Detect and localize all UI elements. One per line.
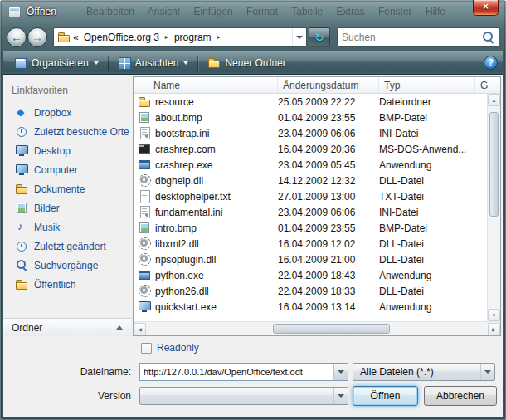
- file-row[interactable]: dbghelp.dll14.12.2002 12:32DLL-Datei: [134, 173, 487, 188]
- filename-input[interactable]: [140, 364, 333, 380]
- file-type-icon: [138, 111, 151, 124]
- breadcrumb-overflow-chevron[interactable]: «: [73, 32, 79, 43]
- readonly-checkbox[interactable]: [141, 343, 152, 354]
- sidebar-item[interactable]: Bilder: [3, 198, 131, 217]
- sidebar-item-label: Dokumente: [34, 183, 85, 195]
- horizontal-scrollbar[interactable]: ◀ ▶: [134, 321, 500, 335]
- new-folder-button[interactable]: Neuer Ordner: [202, 54, 291, 71]
- views-button[interactable]: Ansichten: [112, 54, 195, 71]
- location-folder-icon: [57, 31, 71, 43]
- column-header-name[interactable]: Name: [134, 77, 278, 93]
- address-dropdown-button[interactable]: [292, 28, 306, 46]
- file-row[interactable]: desktophelper.txt27.01.2009 13:00TXT-Dat…: [134, 188, 487, 204]
- file-row[interactable]: crashrep.com16.04.2009 20:36MS-DOS-Anwen…: [134, 141, 487, 157]
- breadcrumb-item[interactable]: OpenOffice.org 3: [82, 32, 161, 43]
- sidebar-item-icon: [15, 259, 28, 271]
- sidebar-item[interactable]: Suchvorgänge: [3, 256, 131, 275]
- breadcrumb-items: OpenOffice.org 3▸program▸: [82, 32, 225, 43]
- sidebar-item[interactable]: Musik: [3, 217, 131, 237]
- scroll-left-icon[interactable]: ◀: [134, 323, 146, 335]
- file-row[interactable]: libxml2.dll16.04.2009 12:02DLL-Datei: [134, 236, 487, 252]
- views-label: Ansichten: [135, 57, 179, 69]
- forward-button[interactable]: →: [27, 27, 47, 47]
- refresh-button[interactable]: ↻: [309, 27, 330, 47]
- sidebar-item-icon: [15, 240, 28, 252]
- sidebar-item[interactable]: Computer: [3, 160, 131, 179]
- horizontal-scrollbar-thumb[interactable]: [273, 324, 390, 334]
- file-row[interactable]: bootstrap.ini23.04.2009 06:06INI-Datei: [134, 125, 487, 141]
- file-row[interactable]: npsoplugin.dll16.04.2009 21:00DLL-Datei: [134, 252, 487, 267]
- scroll-up-icon[interactable]: ▲: [488, 94, 500, 106]
- organize-button[interactable]: Organisieren: [8, 54, 105, 71]
- file-type-icon: [138, 95, 151, 108]
- close-button[interactable]: ×: [473, 0, 499, 16]
- sidebar-item[interactable]: Dokumente: [3, 179, 131, 198]
- filename-label: Dateiname:: [3, 366, 139, 378]
- readonly-row: Readonly: [3, 340, 503, 355]
- sidebar-item[interactable]: Zuletzt besuchte Orte: [3, 122, 131, 141]
- sidebar-item-icon: [15, 144, 28, 157]
- readonly-label[interactable]: Readonly: [157, 342, 199, 354]
- sidebar-item[interactable]: Zuletzt geändert: [3, 237, 131, 256]
- column-header-date[interactable]: Änderungsdatum: [278, 77, 379, 93]
- file-name: about.bmp: [155, 112, 202, 124]
- file-row[interactable]: intro.bmp01.04.2009 23:55BMP-Datei: [134, 220, 487, 236]
- file-date: 16.04.2009 21:00: [278, 254, 379, 266]
- filetype-dropdown[interactable]: Alle Dateien (*.*): [353, 363, 495, 381]
- scroll-right-icon[interactable]: ▶: [488, 323, 500, 335]
- search-input[interactable]: [342, 32, 482, 43]
- sidebar-item-label: Computer: [34, 164, 78, 176]
- file-date: 23.04.2009 05:45: [278, 159, 379, 171]
- breadcrumb-separator-icon[interactable]: ▸: [165, 33, 168, 41]
- dialog-client-area: Organisieren Ansichten Neuer Ordner ? Li…: [3, 51, 503, 417]
- chevron-down-icon: [338, 394, 344, 398]
- scroll-down-icon[interactable]: ▼: [488, 309, 500, 321]
- version-dropdown-button[interactable]: [333, 388, 348, 404]
- file-row[interactable]: python26.dll22.04.2009 18:33DLL-Datei: [134, 283, 487, 299]
- file-name: dbghelp.dll: [155, 175, 203, 187]
- back-button[interactable]: ←: [7, 27, 27, 47]
- dialog-footer: Readonly Dateiname: Alle Dateien (*.*) V…: [3, 336, 503, 417]
- sidebar-item-label: Musik: [34, 222, 60, 233]
- sidebar-item-icon: [15, 125, 28, 138]
- file-row[interactable]: resource25.05.2009 22:22Dateiordner: [134, 94, 487, 110]
- sidebar-item-label: Bilder: [34, 203, 60, 214]
- breadcrumb-separator-icon[interactable]: ▸: [217, 33, 221, 41]
- file-row[interactable]: python.exe22.04.2009 18:43Anwendung: [134, 267, 487, 283]
- filetype-dropdown-button[interactable]: [480, 364, 494, 380]
- vertical-scrollbar-thumb[interactable]: [489, 112, 499, 217]
- open-button[interactable]: Öffnen: [353, 386, 418, 406]
- file-name: fundamental.ini: [155, 207, 222, 218]
- file-type-icon: [138, 285, 151, 297]
- sidebar-item[interactable]: Öffentlich: [3, 275, 131, 294]
- open-dialog-window: Öffnen Bearbeiten Ansicht Einfügen Forma…: [0, 0, 506, 420]
- sidebar-item[interactable]: Desktop: [3, 141, 131, 160]
- file-row[interactable]: fundamental.ini23.04.2009 06:06INI-Datei: [134, 204, 487, 220]
- column-header-type[interactable]: Typ: [379, 77, 475, 93]
- titlebar[interactable]: Öffnen Bearbeiten Ansicht Einfügen Forma…: [0, 0, 506, 23]
- vertical-scrollbar[interactable]: ▲ ▼: [487, 94, 500, 321]
- file-row[interactable]: about.bmp01.04.2009 23:55BMP-Datei: [134, 110, 487, 125]
- cancel-button[interactable]: Abbrechen: [424, 386, 497, 406]
- main-area: Linkfavoriten DropboxZuletzt besuchte Or…: [3, 75, 503, 336]
- views-icon: [118, 56, 131, 69]
- search-icon[interactable]: [482, 31, 494, 43]
- favorites-list: DropboxZuletzt besuchte OrteDesktopCompu…: [3, 103, 131, 294]
- file-type: Anwendung: [379, 270, 475, 281]
- file-row[interactable]: crashrep.exe23.04.2009 05:45Anwendung: [134, 157, 487, 173]
- version-dropdown[interactable]: [139, 387, 348, 405]
- folders-expander[interactable]: Ordner: [3, 318, 131, 336]
- background-ghost-menu: Bearbeiten Ansicht Einfügen Format Tabel…: [86, 6, 468, 17]
- help-button[interactable]: ?: [484, 56, 498, 70]
- filename-dropdown-button[interactable]: [333, 364, 348, 380]
- new-folder-label: Neuer Ordner: [225, 57, 285, 69]
- file-date: 22.04.2009 18:43: [278, 270, 379, 281]
- column-header-size[interactable]: G: [475, 77, 500, 93]
- file-type: DLL-Datei: [379, 175, 475, 187]
- sidebar-item[interactable]: Dropbox: [3, 103, 131, 122]
- organize-label: Organisieren: [32, 57, 89, 69]
- breadcrumb-item[interactable]: program: [173, 32, 213, 43]
- file-row[interactable]: quickstart.exe16.04.2009 13:14Anwendung: [134, 299, 487, 315]
- sidebar-item-icon: [15, 183, 28, 195]
- breadcrumb[interactable]: « OpenOffice.org 3▸program▸: [53, 27, 307, 47]
